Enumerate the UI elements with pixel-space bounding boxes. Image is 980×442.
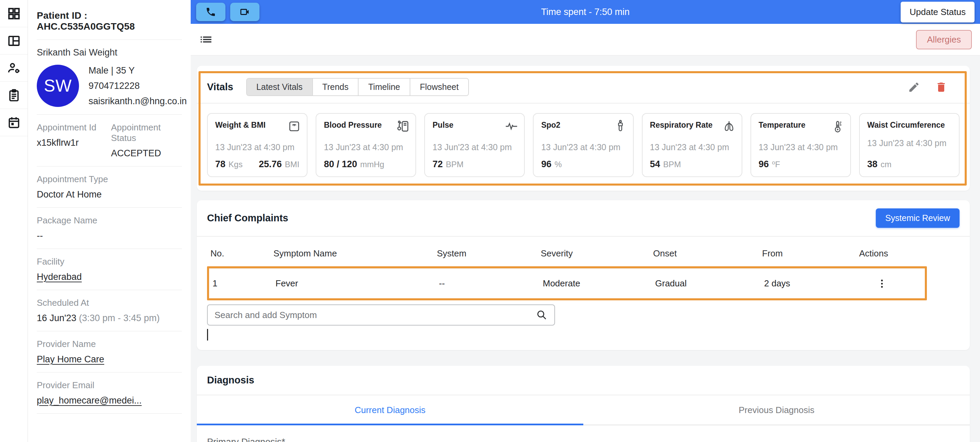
divider [37, 331, 182, 331]
vital-title: Spo2 [541, 121, 560, 129]
systemic-review-button[interactable]: Systemic Review [876, 208, 959, 228]
divider [37, 413, 182, 414]
calendar-icon [7, 115, 21, 130]
vital-card-spo2[interactable]: Spo2 13 Jun'23 at 4:30 pm 96% [533, 113, 633, 177]
patient-email: saisrikanth.n@hng.co.in [89, 96, 187, 107]
scheduled-at-label: Scheduled At [37, 297, 182, 308]
call-topbar: Time spent - 7:50 min Update Status [191, 0, 980, 24]
weighing-scale-icon [287, 119, 301, 134]
cell-onset: Gradual [652, 278, 761, 289]
col-severity: Severity [537, 248, 650, 259]
symptom-search-input[interactable] [215, 310, 536, 320]
vital-card-respiratory-rate[interactable]: Respiratory Rate 13 Jun'23 at 4:30 pm 54… [642, 113, 742, 177]
vital-value: 96 [759, 159, 769, 170]
chief-complaints-section: Chief Complaints Systemic Review No. Sym… [197, 200, 970, 350]
divider [37, 40, 182, 40]
tab-current-diagnosis[interactable]: Current Diagnosis [197, 395, 583, 425]
consult-subheader: Allergies [191, 24, 980, 56]
thermometer-icon [830, 119, 845, 134]
vital-value: 72 [433, 159, 443, 170]
vital-unit: ⁰F [772, 160, 780, 169]
col-no: No. [207, 248, 270, 259]
col-system: System [433, 248, 537, 259]
vital-unit-2: BMI [285, 160, 299, 169]
vital-title: Weight & BMI [215, 121, 266, 129]
time-spent: Time spent - 7:50 min [541, 7, 630, 17]
ecg-wave-icon [504, 119, 519, 134]
cell-no: 1 [209, 278, 272, 289]
text-cursor [207, 329, 208, 340]
layout-columns-icon [7, 34, 21, 48]
video-camera-icon [239, 6, 250, 17]
vital-value: 96 [541, 159, 551, 170]
tab-trends[interactable]: Trends [313, 79, 359, 95]
clipboard-icon [7, 88, 21, 102]
bp-monitor-icon [396, 119, 410, 134]
sidebar-item-layout[interactable] [0, 27, 28, 54]
cell-system: -- [436, 278, 539, 289]
appointment-status-value: ACCEPTED [111, 148, 182, 159]
divider [37, 207, 182, 208]
vital-card-weight-bmi[interactable]: Weight & BMI 13 Jun'23 at 4:30 pm 78Kgs … [207, 113, 307, 177]
cell-symptom: Fever [272, 278, 436, 289]
vital-card-pulse[interactable]: Pulse 13 Jun'23 at 4:30 pm 72BPM [424, 113, 525, 177]
appointment-id-value: x15kflrw1r [37, 138, 108, 148]
list-menu-icon[interactable] [199, 32, 213, 47]
vital-title: Temperature [759, 121, 806, 129]
phone-icon [205, 6, 216, 17]
tab-flowsheet[interactable]: Flowsheet [410, 79, 468, 95]
sidebar-item-provider-settings[interactable] [0, 54, 28, 82]
symptom-search-box [207, 304, 555, 326]
sidebar-item-records[interactable] [0, 82, 28, 109]
table-row: 1 Fever -- Moderate Gradual 2 days [209, 268, 925, 298]
video-call-button[interactable] [230, 3, 259, 21]
telehealth-consult-screen: Patient ID : AHC.C535A0GGTQ58 Srikanth S… [0, 0, 980, 442]
voice-call-button[interactable] [196, 3, 226, 21]
vital-card-temperature[interactable]: Temperature 13 Jun'23 at 4:30 pm 96⁰F [751, 113, 851, 177]
patient-id-label: Patient ID : [37, 10, 88, 21]
appointment-type-label: Appointment Type [37, 174, 182, 184]
vitals-title: Vitals [207, 81, 233, 93]
diagnosis-tabs: Current Diagnosis Previous Diagnosis [197, 395, 970, 425]
vital-value: 78 [215, 159, 226, 170]
search-icon[interactable] [536, 309, 547, 321]
cell-severity: Moderate [539, 278, 652, 289]
patient-id-value: AHC.C535A0GGTQ58 [37, 21, 135, 32]
trash-icon[interactable] [935, 81, 947, 93]
pencil-icon[interactable] [908, 81, 920, 93]
sidebar-item-appointments[interactable] [0, 109, 28, 136]
pulse-oximeter-icon [613, 119, 628, 134]
vital-unit: cm [881, 160, 891, 169]
provider-name-label: Provider Name [37, 339, 182, 349]
vital-date: 13 Jun'23 at 4:30 pm [759, 142, 843, 152]
divider [37, 372, 182, 372]
vitals-section: Vitals Latest Vitals Trends Timeline Flo… [197, 66, 970, 191]
complaints-table-header: No. Symptom Name System Severity Onset F… [207, 237, 959, 266]
tab-previous-diagnosis[interactable]: Previous Diagnosis [583, 395, 970, 425]
vital-card-waist-circumference[interactable]: Waist Circumference 13 Jun'23 at 4:30 pm… [859, 113, 959, 177]
divider [197, 103, 970, 103]
provider-email-link[interactable]: play_homecare@medei... [37, 395, 182, 406]
allergies-button[interactable]: Allergies [916, 30, 972, 49]
appointment-id-label: Appointment Id [37, 122, 108, 133]
tab-latest-vitals[interactable]: Latest Vitals [247, 79, 313, 95]
vital-unit: % [554, 160, 562, 169]
col-actions: Actions [856, 248, 959, 259]
facility-link[interactable]: Hyderabad [37, 272, 182, 282]
tab-timeline[interactable]: Timeline [359, 79, 410, 95]
vital-title: Waist Circumference [867, 121, 945, 129]
cell-from: 2 days [761, 278, 858, 289]
primary-diagnosis-label: Primary Diagnosis* [207, 437, 959, 442]
kebab-menu-icon[interactable] [876, 278, 888, 289]
package-name-label: Package Name [37, 215, 182, 226]
vital-unit: mmHg [360, 160, 385, 169]
appointment-type-value: Doctor At Home [37, 189, 182, 200]
sidebar-item-dashboard[interactable] [0, 0, 28, 27]
vital-card-blood-pressure[interactable]: Blood Pressure 13 Jun'23 at 4:30 pm 80 /… [316, 113, 416, 177]
provider-name-link[interactable]: Play Home Care [37, 354, 182, 365]
update-status-button[interactable]: Update Status [900, 2, 975, 22]
divider [37, 114, 182, 115]
divider [37, 290, 182, 290]
scheduled-at-value: 16 Jun'23 (3:30 pm - 3:45 pm) [37, 313, 182, 323]
appointment-status-label: Appointment Status [111, 122, 182, 143]
